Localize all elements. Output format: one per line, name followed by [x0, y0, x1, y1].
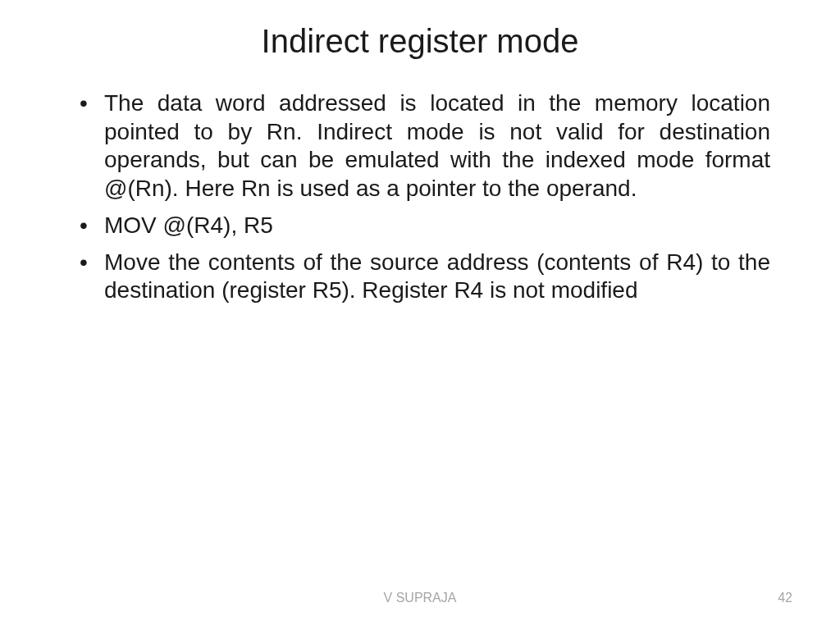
bullet-item: Move the contents of the source address …	[70, 249, 770, 305]
slide-content: The data word addressed is located in th…	[70, 89, 770, 305]
bullet-item: MOV @(R4), R5	[70, 212, 770, 240]
footer-page-number: 42	[778, 591, 792, 605]
footer-author: V SUPRAJA	[0, 591, 840, 605]
bullet-item: The data word addressed is located in th…	[70, 89, 770, 203]
slide-title: Indirect register mode	[70, 23, 770, 60]
slide: Indirect register mode The data word add…	[0, 0, 840, 630]
bullet-list: The data word addressed is located in th…	[70, 89, 770, 305]
